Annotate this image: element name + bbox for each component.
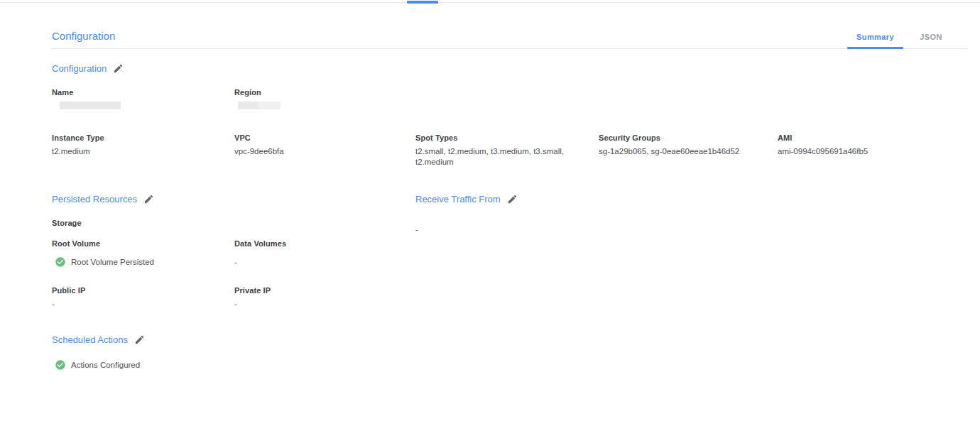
persisted-resources-section-header: Persisted Resources [52, 194, 154, 204]
scheduled-actions-section-title: Scheduled Actions [52, 334, 128, 345]
page-title: Configuration [52, 30, 115, 42]
scheduled-actions-status-row: Actions Configured [55, 359, 140, 371]
private-ip-value: - [234, 299, 237, 310]
top-active-tab-indicator [407, 1, 438, 4]
receive-traffic-value: - [415, 224, 418, 235]
scheduled-actions-status-text: Actions Configured [71, 361, 140, 369]
edit-persisted-resources-icon[interactable] [143, 194, 154, 204]
public-ip-label: Public IP [52, 286, 85, 295]
security-groups-label: Security Groups [599, 133, 660, 142]
instance-type-label: Instance Type [52, 133, 104, 142]
summary-tab-underline [847, 47, 903, 49]
tab-json[interactable]: JSON [906, 33, 956, 44]
data-volumes-value: - [234, 257, 237, 268]
tab-summary[interactable]: Summary [847, 33, 903, 44]
spot-types-label: Spot Types [415, 133, 457, 142]
configuration-section-title: Configuration [52, 63, 107, 74]
private-ip-label: Private IP [234, 286, 271, 295]
name-value-redacted [60, 102, 121, 109]
header-divider [52, 48, 967, 49]
edit-configuration-icon[interactable] [113, 63, 124, 74]
root-volume-status-row: Root Volume Persisted [55, 256, 154, 268]
data-volumes-label: Data Volumes [234, 239, 286, 248]
public-ip-value: - [52, 299, 55, 310]
scheduled-actions-section-header: Scheduled Actions [52, 334, 145, 345]
name-label: Name [52, 88, 73, 97]
root-volume-status-text: Root Volume Persisted [71, 258, 154, 266]
region-value-redacted [258, 102, 281, 109]
check-circle-icon [55, 359, 66, 371]
root-volume-label: Root Volume [52, 239, 100, 248]
region-value-redacted [238, 102, 258, 109]
edit-receive-traffic-icon[interactable] [507, 194, 518, 204]
top-tabbar-divider [0, 2, 980, 3]
receive-traffic-section-header: Receive Traffic From [415, 194, 518, 204]
ami-label: AMI [778, 133, 792, 142]
receive-traffic-section-title: Receive Traffic From [415, 194, 501, 204]
persisted-resources-section-title: Persisted Resources [52, 194, 137, 204]
edit-scheduled-actions-icon[interactable] [134, 334, 145, 345]
spot-types-value: t2.small, t2.medium, t3.medium, t3.small… [415, 146, 582, 168]
storage-heading: Storage [52, 219, 82, 227]
vpc-value: vpc-9dee6bfa [234, 146, 284, 157]
security-groups-value: sg-1a29b065, sg-0eae60eeae1b46d52 [599, 146, 739, 157]
vpc-label: VPC [234, 133, 251, 142]
configuration-page: Configuration Summary JSON Configuration… [0, 0, 980, 448]
region-label: Region [234, 88, 261, 97]
check-circle-icon [55, 256, 66, 268]
configuration-section-header: Configuration [52, 63, 124, 74]
instance-type-value: t2.medium [52, 146, 90, 157]
ami-value: ami-0994c095691a46fb5 [778, 146, 868, 157]
